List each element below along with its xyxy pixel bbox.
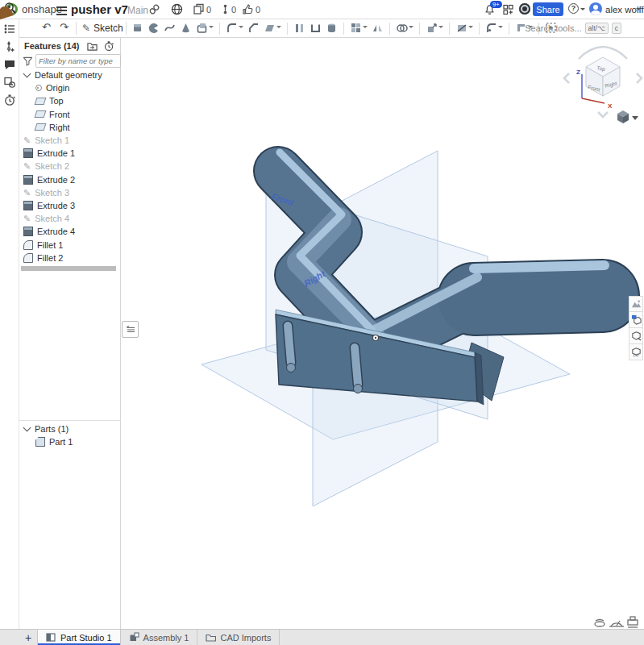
pin-plus-icon[interactable]: [3, 40, 16, 53]
feature-item[interactable]: Fillet 1: [19, 238, 121, 251]
chevron-down-icon[interactable]: [438, 26, 443, 31]
panel-collapse-button[interactable]: [122, 321, 139, 338]
configurations-icon[interactable]: (x): [629, 344, 643, 360]
chevron-down-icon[interactable]: [209, 26, 214, 31]
document-tab-bar: + Part Studio 1Assembly 1CAD Imports: [0, 629, 644, 645]
revolve-icon[interactable]: [147, 21, 160, 35]
extrude-icon[interactable]: [131, 21, 144, 35]
feature-label: Front: [49, 110, 70, 119]
feature-item[interactable]: ✎Sketch 3: [19, 186, 121, 199]
folder-insert-icon[interactable]: [87, 41, 98, 52]
plane-icon: [35, 98, 47, 105]
transform-icon[interactable]: [425, 21, 444, 35]
undo-button[interactable]: ↶: [42, 21, 51, 33]
part-label: Part 1: [49, 437, 73, 447]
help-icon[interactable]: ?: [568, 3, 579, 14]
copies-count: 0: [206, 5, 211, 15]
extrude-icon: [23, 227, 33, 236]
document-title[interactable]: pusher v7: [71, 2, 128, 16]
rib-icon[interactable]: [293, 21, 306, 35]
add-tab-button[interactable]: +: [19, 630, 37, 645]
split-icon[interactable]: [455, 21, 474, 35]
fork-icon[interactable]: [219, 3, 231, 15]
mirror-icon[interactable]: [371, 21, 384, 35]
thicken-icon[interactable]: [195, 21, 214, 35]
chevron-down-icon[interactable]: [498, 26, 503, 31]
feature-label: Sketch 1: [35, 135, 69, 145]
feature-item[interactable]: Fillet 2: [19, 252, 121, 264]
feature-item[interactable]: Front: [19, 108, 121, 121]
named-views-icon[interactable]: [629, 312, 643, 328]
feature-item[interactable]: Extrude 1: [19, 147, 121, 160]
thumbs-up-icon[interactable]: [242, 3, 254, 15]
extrude-icon: [23, 175, 33, 185]
rollback-clock-icon[interactable]: [103, 40, 114, 52]
parts-section-header[interactable]: Parts (1): [19, 422, 126, 435]
feature-list-icon[interactable]: [3, 23, 16, 35]
chevron-down-icon[interactable]: [239, 26, 243, 31]
main-menu-icon[interactable]: [56, 4, 67, 17]
search-tools[interactable]: Search tools... alt/⌥ c: [525, 22, 621, 35]
chevron-down-icon[interactable]: [276, 26, 281, 31]
shell-icon[interactable]: [309, 21, 322, 35]
tab-cad-imports[interactable]: CAD Imports: [197, 630, 280, 645]
viewport-3d[interactable]: [121, 37, 644, 629]
sweep-icon[interactable]: [163, 21, 177, 35]
chevron-down-icon[interactable]: [468, 26, 473, 31]
feature-item[interactable]: Extrude 2: [19, 173, 121, 186]
horizontal-scrollbar[interactable]: [21, 266, 116, 271]
part-list-item[interactable]: Part 1: [19, 435, 137, 448]
feature-item[interactable]: Extrude 4: [19, 225, 121, 238]
user-menu-caret-icon[interactable]: [636, 8, 641, 13]
fillet-icon[interactable]: [225, 21, 244, 35]
filter-input[interactable]: [35, 54, 121, 68]
appearance-panel-icon[interactable]: [629, 296, 643, 312]
history-icon[interactable]: [3, 94, 16, 106]
sketch-button[interactable]: ✎ Sketch: [82, 20, 123, 36]
tab-part-studio-1[interactable]: Part Studio 1: [37, 630, 121, 645]
comments-icon[interactable]: [3, 58, 16, 71]
feature-item[interactable]: ✎Sketch 2: [19, 160, 121, 173]
link-icon[interactable]: [148, 3, 160, 15]
avatar[interactable]: [589, 2, 602, 15]
chevron-down-icon[interactable]: [23, 424, 31, 432]
loft-icon[interactable]: [179, 21, 193, 35]
filter-funnel-icon[interactable]: [23, 56, 33, 66]
boolean-icon[interactable]: [395, 21, 414, 35]
chevron-down-icon[interactable]: [409, 26, 413, 31]
feature-item[interactable]: Default geometry: [19, 69, 121, 81]
chevron-down-icon[interactable]: [23, 70, 31, 78]
sketch-icon: ✎: [23, 136, 31, 144]
feature-item[interactable]: Origin: [19, 81, 121, 94]
display-states-icon[interactable]: [629, 328, 643, 344]
folder-icon: [206, 632, 216, 643]
fillet-icon: [23, 253, 33, 263]
copies-icon[interactable]: [193, 3, 205, 15]
hole-icon[interactable]: [325, 21, 339, 35]
feature-item[interactable]: ✎Sketch 1: [19, 134, 121, 147]
share-button[interactable]: Share: [533, 2, 563, 16]
feature-item[interactable]: Extrude 3: [19, 199, 121, 212]
workspace-branch[interactable]: Main: [127, 5, 148, 16]
tab-assembly-1[interactable]: Assembly 1: [121, 630, 198, 645]
modify-fillet-icon[interactable]: [484, 21, 504, 35]
cube-gear-icon[interactable]: [3, 76, 16, 89]
learning-center-icon[interactable]: [519, 3, 530, 15]
apps-grid-icon[interactable]: [502, 3, 514, 15]
feature-label: Fillet 1: [37, 240, 63, 250]
globe-icon[interactable]: [171, 3, 183, 15]
feature-item[interactable]: ✎Sketch 4: [19, 212, 121, 225]
chevron-down-icon[interactable]: [363, 26, 368, 31]
help-caret-icon[interactable]: [580, 8, 585, 13]
chamfer-icon[interactable]: [247, 21, 260, 35]
draft-icon[interactable]: [263, 21, 282, 35]
sketch-icon: ✎: [23, 162, 31, 170]
feature-item[interactable]: Top: [19, 94, 121, 107]
linear-pattern-icon[interactable]: [349, 21, 368, 35]
part-studio-icon: [46, 632, 56, 643]
assembly-icon: [129, 632, 139, 643]
features-panel-title: Features (14): [24, 41, 79, 51]
redo-button[interactable]: ↷: [60, 21, 69, 33]
feature-item[interactable]: Right: [19, 121, 121, 134]
plane-icon: [35, 110, 47, 118]
